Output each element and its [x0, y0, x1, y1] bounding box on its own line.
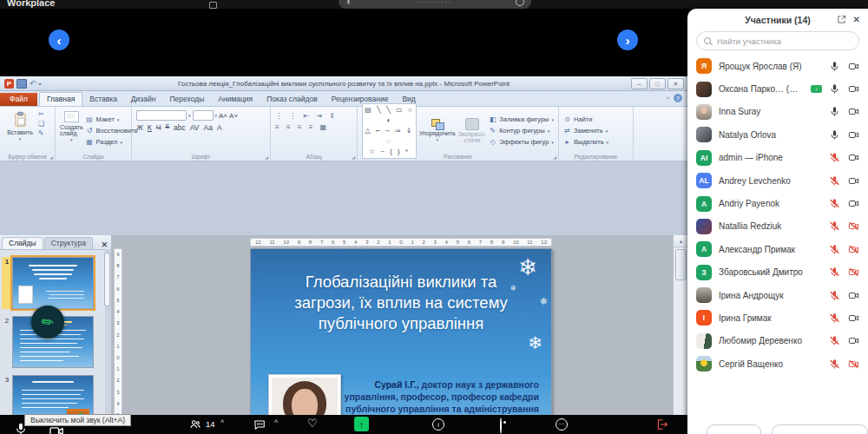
clipboard-tool-icon[interactable]: ❏ [38, 120, 44, 128]
participants-button[interactable] [189, 418, 201, 431]
camera-status-icon[interactable] [848, 358, 859, 370]
font-style-button[interactable]: К [148, 123, 152, 132]
undo-icon[interactable]: ↶ [30, 80, 36, 88]
slide-canvas[interactable]: ❄ ❄ ❄ ❄ ❄ ❄ ❄ Глобалізаційні виклики та … [250, 248, 552, 434]
participant-row[interactable]: Natalya Orlova ↑ [687, 123, 868, 146]
help-icon[interactable]: ? [674, 94, 682, 102]
annotation-button[interactable]: ✎ [31, 306, 64, 339]
ribbon-tab[interactable]: Показ слайдов [260, 93, 325, 106]
maximize-button[interactable]: □ [649, 78, 666, 89]
participant-row[interactable]: A Александр Примак ↑ [687, 238, 868, 260]
share-screen-button[interactable]: ↑ [354, 417, 369, 431]
minimize-ribbon-icon[interactable]: ^ [666, 95, 669, 102]
editing-button[interactable]: ▸ Выделить ▾ [563, 137, 608, 148]
participant-row[interactable]: I Ірина Гримак ↑ [687, 306, 868, 329]
invite-button[interactable] [707, 424, 761, 434]
font-style-button[interactable]: A [217, 123, 222, 132]
scroll-right-button[interactable]: › [617, 30, 638, 50]
camera-status-icon[interactable] [848, 106, 859, 117]
camera-status-icon[interactable] [848, 312, 859, 324]
close-icon[interactable]: ✕ [853, 16, 860, 24]
mic-status-icon[interactable] [829, 335, 840, 346]
participant-row[interactable]: Inna Suray ↑ [687, 101, 868, 123]
tab-outline[interactable]: Структура [44, 237, 93, 249]
font-style-button[interactable]: Ж [136, 123, 143, 132]
participants-caret-icon[interactable]: ^ [220, 418, 224, 427]
tab-file[interactable]: Файл [0, 93, 37, 106]
search-input[interactable] [715, 36, 852, 47]
camera-status-icon[interactable] [848, 290, 859, 301]
dialog-launcher-icon[interactable]: ◢ [553, 155, 556, 160]
reactions-button[interactable]: ♡ [307, 417, 318, 430]
camera-status-icon[interactable] [848, 175, 859, 187]
close-panel-icon[interactable]: ✕ [101, 240, 108, 249]
camera-status-icon[interactable] [848, 244, 859, 255]
mic-status-icon[interactable] [829, 106, 840, 117]
vertical-scrollbar[interactable]: ▴ ▾ ▴▴ ▾▾ [673, 235, 687, 434]
participant-row[interactable]: Любомир Деревенко ↑ [687, 330, 868, 352]
camera-status-icon[interactable] [848, 129, 859, 141]
ribbon-tab[interactable]: Дизайн [124, 93, 163, 106]
mic-status-icon[interactable] [829, 358, 840, 370]
editing-button[interactable]: ⇄ Заменить ▾ [563, 126, 608, 136]
participant-row[interactable]: Сергій Ващенко ↑ [687, 352, 868, 375]
mic-status-icon[interactable] [829, 152, 840, 163]
font-size-select[interactable] [193, 110, 214, 121]
camera-status-icon[interactable] [848, 266, 859, 278]
participant-row[interactable]: Natallia Redziuk ↑ [687, 215, 868, 238]
chat-caret-icon[interactable]: ^ [274, 418, 278, 427]
minimize-button[interactable]: – [631, 78, 648, 89]
mic-status-icon[interactable] [829, 83, 840, 95]
save-icon[interactable] [16, 79, 27, 89]
camera-status-icon[interactable] [848, 152, 859, 163]
mic-status-icon[interactable] [829, 266, 840, 278]
scroll-left-button[interactable]: ‹ [49, 30, 69, 50]
popout-icon[interactable] [837, 15, 846, 24]
participant-row[interactable]: AL Andrey Levchenko ↑ [687, 169, 868, 192]
dialog-launcher-icon[interactable]: ◢ [49, 155, 53, 160]
camera-status-icon[interactable] [848, 335, 859, 346]
dialog-launcher-icon[interactable]: ◢ [352, 155, 355, 160]
shape-format-button[interactable]: ✎ Контур фигуры ▾ [489, 126, 554, 136]
mic-status-icon[interactable] [829, 290, 840, 301]
participant-row[interactable]: AI admin — iPhone ↑ [687, 147, 868, 169]
camera-status-icon[interactable] [848, 198, 859, 209]
info-button[interactable]: i [432, 418, 444, 431]
participant-row[interactable]: Оксана Парко… (Организатор) ↑ [687, 77, 868, 100]
close-button[interactable]: ✕ [667, 78, 684, 89]
font-style-button[interactable]: AV [190, 123, 200, 132]
mic-status-icon[interactable] [829, 244, 840, 255]
shapes-row[interactable]: △ ⌐ ¬ ⇒ ⇓ ◌ [363, 126, 416, 147]
shape-format-button[interactable]: ◇ Эффекты фигур ▾ [489, 137, 554, 148]
participant-row[interactable]: З Збаровський Дмитро ↑ [687, 261, 868, 284]
mic-status-icon[interactable] [829, 198, 840, 209]
arrange-button[interactable]: Упорядочить ▾ [419, 110, 456, 151]
mute-all-button[interactable] [772, 424, 868, 434]
mic-status-icon[interactable] [829, 61, 840, 72]
camera-status-icon[interactable] [848, 61, 859, 72]
chat-button[interactable] [253, 418, 266, 431]
font-style-button[interactable]: abc [174, 123, 186, 132]
grow-font-button[interactable]: A˄ [219, 112, 227, 120]
quick-styles-button[interactable]: Экспресс-стили [458, 110, 487, 151]
leave-button[interactable] [656, 418, 668, 431]
font-style-button[interactable]: Aa [204, 123, 213, 132]
paragraph-tools-row1[interactable]: ⋮ ⋮ ⇤ ⇥ ⇕ [275, 110, 352, 122]
mic-status-icon[interactable] [829, 312, 840, 324]
paste-button[interactable]: Вставить ▾ [4, 110, 36, 151]
shape-format-button[interactable]: ◧ Заливка фигуры ▾ [489, 115, 554, 125]
font-name-select[interactable] [136, 110, 187, 121]
ribbon-tab[interactable]: Главная [39, 92, 82, 106]
mic-status-icon[interactable] [829, 129, 840, 141]
slides-panel-scrollbar[interactable] [105, 249, 111, 434]
tab-slides[interactable]: Слайды [2, 237, 43, 249]
record-button[interactable] [500, 418, 502, 434]
mic-status-icon[interactable] [829, 220, 840, 232]
ribbon-tab[interactable]: Вставка [82, 93, 124, 106]
editing-button[interactable]: ⊙ Найти [563, 115, 608, 125]
camera-status-icon[interactable] [848, 83, 859, 95]
mic-status-icon[interactable] [829, 175, 840, 187]
shrink-font-button[interactable]: A˅ [229, 112, 238, 120]
dialog-launcher-icon[interactable]: ◢ [265, 155, 268, 160]
clipboard-tool-icon[interactable]: ✂ [38, 110, 44, 118]
